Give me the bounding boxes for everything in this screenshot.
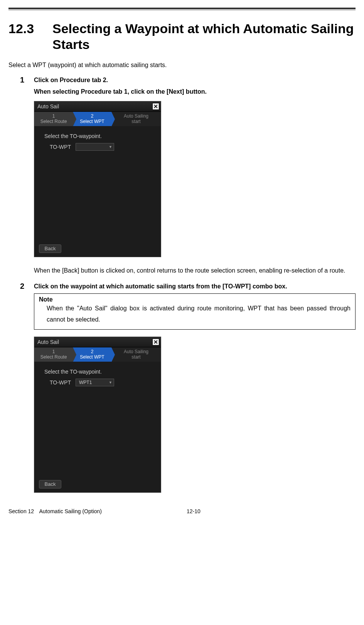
intro-text: Select a WPT (waypoint) at which automat… (8, 62, 356, 69)
back-button[interactable]: Back (39, 244, 61, 253)
tab1-num: 1 (52, 349, 55, 354)
section-number: 12.3 (8, 21, 43, 37)
procedure-tabs-2: 1 Select Route 2 Select WPT Auto Sailing… (34, 347, 161, 362)
tab-select-route[interactable]: 1 Select Route (34, 112, 73, 126)
dialog-titlebar-2: Auto Sail ✕ (34, 337, 161, 347)
dialog-body: Select the TO-waypoint. TO-WPT ▼ (34, 126, 161, 155)
page-footer: Section 12 Automatic Sailing (Option) 12… (8, 508, 356, 514)
dialog-title-2: Auto Sail (37, 339, 59, 345)
section-title: Selecting a Waypoint at which Automatic … (52, 21, 356, 52)
to-wpt-label: TO-WPT (50, 144, 71, 150)
tab2-label: Select WPT (80, 119, 104, 124)
tab1-num: 1 (52, 113, 55, 119)
tab3-line2: start (131, 354, 140, 360)
note-title: Note (39, 296, 351, 303)
tab1-label: Select Route (40, 119, 67, 124)
close-icon[interactable]: ✕ (152, 103, 159, 110)
tab3-line1: Auto Sailing (124, 349, 148, 354)
to-wpt-label-2: TO-WPT (50, 379, 71, 386)
dialog-prompt: Select the TO-waypoint. (44, 133, 155, 139)
tab3-line1: Auto Sailing (124, 113, 148, 119)
step-1: 1 Click on Procedure tab 2. When selecti… (20, 76, 356, 276)
section-heading: 12.3 Selecting a Waypoint at which Autom… (8, 21, 356, 52)
tab3-line2: start (131, 119, 140, 124)
tab-select-route[interactable]: 1 Select Route (34, 347, 73, 362)
step-1-number: 1 (20, 76, 28, 84)
note-body: When the "Auto Sail" dialog box is activ… (47, 303, 351, 325)
step-2: 2 Click on the waypoint at which automat… (20, 282, 356, 493)
step-1-after: When the [Back] button is clicked on, co… (34, 265, 356, 276)
chevron-down-icon: ▼ (109, 145, 112, 149)
auto-sail-dialog-1: Auto Sail ✕ 1 Select Route 2 Select WPT … (34, 101, 161, 257)
dialog-prompt-2: Select the TO-waypoint. (44, 369, 155, 375)
step-2-line1: Click on the waypoint at which automatic… (34, 282, 287, 291)
step-1-line2: When selecting Procedure tab 1, click on… (34, 87, 356, 96)
step-2-number: 2 (20, 282, 28, 291)
auto-sail-dialog-2: Auto Sail ✕ 1 Select Route 2 Select WPT … (34, 337, 161, 493)
tab-auto-sailing-start: Auto Sailing start (111, 347, 161, 362)
to-wpt-combo[interactable]: ▼ (76, 143, 114, 151)
tab2-num: 2 (91, 349, 94, 354)
tab-select-wpt[interactable]: 2 Select WPT (73, 112, 111, 126)
to-wpt-combo[interactable]: WPT1 ▼ (76, 379, 114, 386)
tab2-label: Select WPT (80, 354, 104, 360)
tab-auto-sailing-start: Auto Sailing start (111, 112, 161, 126)
footer-page: 12-10 (187, 508, 201, 514)
procedure-tabs: 1 Select Route 2 Select WPT Auto Sailing… (34, 111, 161, 126)
tab2-num: 2 (91, 113, 94, 119)
combo-value-wpt1: WPT1 (79, 380, 92, 385)
dialog-body-2: Select the TO-waypoint. TO-WPT WPT1 ▼ (34, 362, 161, 391)
close-icon[interactable]: ✕ (152, 339, 159, 345)
page-top-rule (8, 8, 356, 10)
dialog-title: Auto Sail (37, 103, 59, 110)
chevron-down-icon: ▼ (109, 381, 112, 384)
back-button[interactable]: Back (39, 480, 61, 489)
tab1-label: Select Route (40, 354, 67, 360)
dialog-titlebar: Auto Sail ✕ (34, 101, 161, 111)
tab-select-wpt[interactable]: 2 Select WPT (73, 347, 111, 362)
footer-section: Section 12 Automatic Sailing (Option) (8, 508, 102, 514)
note-box: Note When the "Auto Sail" dialog box is … (34, 293, 356, 330)
step-1-line1: Click on Procedure tab 2. (34, 76, 108, 85)
